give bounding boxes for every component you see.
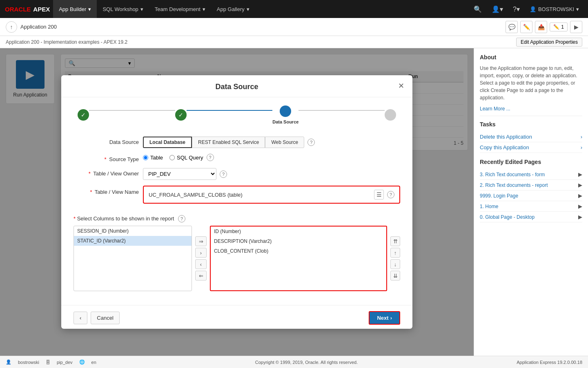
right-sidebar: About Use the Application home page to r… [474, 48, 588, 356]
run-app-icon[interactable]: ▶ [570, 21, 582, 33]
recent-run-icon[interactable]: ▶ [578, 171, 582, 177]
recent-page-link[interactable]: 2. Rich Text documents - report [480, 182, 548, 188]
cancel-button[interactable]: Cancel [91, 312, 119, 324]
copyright: Copyright © 1999, 2019, Oracle. All righ… [103, 360, 510, 365]
step-2-circle: ✓ [175, 109, 187, 121]
nav-sql-workshop[interactable]: SQL Workshop ▾ [97, 0, 149, 18]
status-bar: 👤 bostrowski 🗄 pip_dev 🌐 en Copyright © … [0, 356, 588, 368]
recent-run-icon[interactable]: ▶ [578, 214, 582, 220]
sort-up-button[interactable]: ↑ [390, 248, 400, 258]
table-view-name-label: * Table / View Name [74, 186, 139, 195]
help-icon[interactable]: ?▾ [509, 0, 524, 18]
close-button[interactable]: ✕ [396, 81, 406, 91]
transfer-buttons: ⇒ › ‹ ⇐ [195, 236, 207, 280]
learn-more-link[interactable]: Learn More ... [480, 106, 510, 112]
sort-top-button[interactable]: ⇈ [390, 236, 400, 246]
app-bar: ↑ Application 200 💬 ✏️ 📤 ✏️ 1 ▶ [0, 18, 588, 36]
next-button[interactable]: Next › [369, 311, 400, 325]
status-db: pip_dev [57, 360, 73, 365]
search-icon[interactable]: 🔍 [470, 0, 486, 18]
table-view-name-container: UC_FROALA_SAMPLE_CLOBS (table) ☰ ? [143, 186, 400, 204]
oracle-text: ORACLE [5, 6, 31, 13]
tasks-section: Tasks Delete this Application › Copy thi… [480, 121, 582, 153]
step-3-circle [280, 105, 291, 117]
right-column-list[interactable]: ID (Number)DESCRIPTION (Varchar2)CLOB_CO… [210, 226, 387, 291]
edit-icon[interactable]: ✏️ [520, 21, 532, 33]
nav-team-development[interactable]: Team Development ▾ [149, 0, 211, 18]
left-panel: ▶ Run Application 🔍 ▾ [0, 48, 474, 356]
move-left-button[interactable]: ‹ [195, 259, 207, 269]
step-4-circle [385, 109, 396, 121]
table-view-name-help-icon[interactable]: ? [387, 191, 394, 198]
right-column-item[interactable]: DESCRIPTION (Varchar2) [211, 236, 386, 246]
about-title: About [480, 54, 582, 61]
comment-icon[interactable]: 💬 [506, 21, 518, 33]
edit-app-properties-button[interactable]: Edit Application Properties [516, 38, 582, 47]
table-view-owner-help-icon[interactable]: ? [220, 171, 227, 178]
user-menu-icon[interactable]: 👤▾ [488, 0, 507, 18]
recently-edited-section: Recently Edited Pages 3. Rich Text docum… [480, 159, 582, 222]
top-navigation: ORACLE APEX App Builder ▾ SQL Workshop ▾… [0, 0, 588, 18]
recent-run-icon[interactable]: ▶ [578, 193, 582, 199]
wizard-steps: ✓ ✓ Data Source [61, 97, 412, 128]
sort-bottom-button[interactable]: ⇊ [390, 271, 400, 280]
recent-page-item: 9999. Login Page▶ [480, 191, 582, 201]
source-type-help-icon[interactable]: ? [207, 154, 214, 161]
wizard-step-3: Data Source [272, 105, 298, 124]
nav-app-builder[interactable]: App Builder ▾ [53, 0, 97, 18]
columns-section: * Select Columns to be shown in the repo… [74, 215, 400, 291]
recent-run-icon[interactable]: ▶ [578, 182, 582, 188]
prev-button[interactable]: ‹ [74, 312, 87, 324]
recent-page-item: 3. Rich Text documents - form▶ [480, 169, 582, 180]
user-name[interactable]: 👤 BOSTROWSKI ▾ [526, 6, 583, 12]
table-view-owner-label: * Table / View Owner [74, 168, 139, 177]
radio-table[interactable]: Table [143, 155, 163, 161]
table-view-owner-row: * Table / View Owner PIP_DEV ? [74, 168, 400, 180]
status-lang: en [91, 360, 96, 365]
oracle-logo: ORACLE APEX [5, 6, 50, 13]
wizard-step-4 [385, 109, 396, 121]
left-column-item[interactable]: STATIC_ID (Varchar2) [74, 236, 192, 246]
source-type-label: * Source Type [74, 154, 139, 162]
task-copy-app[interactable]: Copy this Application › [480, 142, 582, 153]
task-delete-app[interactable]: Delete this Application › [480, 132, 582, 142]
tab-rest-sql[interactable]: REST Enabled SQL Service [192, 137, 265, 148]
table-view-owner-control: PIP_DEV ? [143, 168, 400, 180]
step-line-2 [187, 110, 273, 111]
right-column-item[interactable]: ID (Number) [211, 227, 386, 236]
recent-page-link[interactable]: 1. Home [480, 204, 498, 209]
columns-container: SESSION_ID (Number)STATIC_ID (Varchar2) … [74, 226, 400, 291]
sort-down-button[interactable]: ↓ [390, 259, 400, 269]
share-icon[interactable]: 📤 [535, 21, 547, 33]
table-view-owner-select[interactable]: PIP_DEV [143, 168, 216, 180]
data-source-control: Local Database REST Enabled SQL Service … [143, 137, 400, 148]
left-column-item[interactable]: SESSION_ID (Number) [74, 226, 192, 236]
nav-app-gallery[interactable]: App Gallery ▾ [211, 0, 255, 18]
badge-counter[interactable]: ✏️ 1 [550, 22, 568, 31]
right-column-item[interactable]: CLOB_CONTENT (Clob) [211, 246, 386, 256]
about-text: Use the Application home page to run, ed… [480, 65, 582, 101]
move-all-left-button[interactable]: ⇐ [195, 271, 207, 280]
recent-page-link[interactable]: 0. Global Page - Desktop [480, 214, 535, 220]
tab-local-database[interactable]: Local Database [143, 137, 192, 148]
move-right-button[interactable]: › [195, 248, 207, 258]
wizard-step-1: ✓ [78, 109, 89, 121]
tab-web-source[interactable]: Web Source [265, 137, 304, 148]
recent-page-link[interactable]: 3. Rich Text documents - form [480, 172, 545, 177]
modal-title: Data Source [215, 83, 258, 91]
wizard-step-2: ✓ [175, 109, 187, 121]
recent-page-item: 0. Global Page - Desktop▶ [480, 212, 582, 222]
move-all-right-button[interactable]: ⇒ [195, 236, 207, 246]
columns-label: * Select Columns to be shown in the repo… [74, 215, 400, 222]
table-view-name-row: * Table / View Name UC_FROALA_SAMPLE_CLO… [74, 186, 400, 209]
left-column-list[interactable]: SESSION_ID (Number)STATIC_ID (Varchar2) [74, 226, 192, 291]
recent-page-link[interactable]: 9999. Login Page [480, 193, 518, 199]
modal-overlay: Data Source ✕ ✓ ✓ Data Source [0, 48, 474, 356]
step-3-label: Data Source [272, 119, 298, 124]
columns-help-icon[interactable]: ? [178, 215, 185, 222]
back-button[interactable]: ↑ [6, 21, 17, 33]
list-icon-button[interactable]: ☰ [374, 190, 384, 200]
data-source-help-icon[interactable]: ? [307, 139, 315, 146]
radio-sql-query[interactable]: SQL Query [169, 155, 203, 161]
recent-run-icon[interactable]: ▶ [578, 203, 582, 209]
